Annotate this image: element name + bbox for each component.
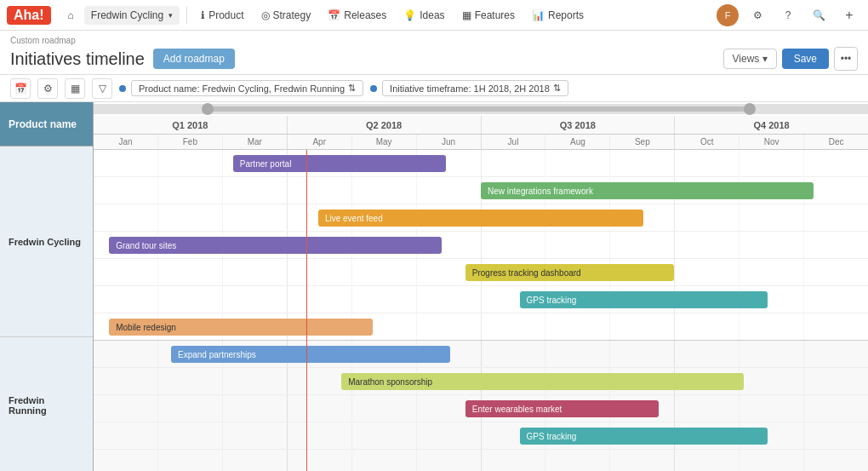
month-mar: Mar	[223, 135, 288, 149]
help-button[interactable]: ?	[776, 3, 800, 27]
grid-row-fr-2: Enter wearables market	[94, 395, 868, 422]
filter-timeframe-tag[interactable]: Initiative timeframe: 1H 2018, 2H 2018 ⇅	[382, 80, 568, 96]
avatar[interactable]: F	[717, 4, 739, 26]
bar-marathon-sponsorship[interactable]: Marathon sponsorship	[341, 373, 744, 390]
page-title: Initiatives timeline	[10, 49, 145, 69]
month-dec: Dec	[804, 135, 868, 149]
grid-row-fc-4: Progress tracking dashboard	[94, 259, 868, 286]
nav-product-line[interactable]: Fredwin Cycling ▾	[84, 6, 180, 25]
bar-enter-wearables[interactable]: Enter wearables market	[465, 400, 660, 417]
month-jul: Jul	[482, 135, 546, 149]
date-picker-button[interactable]: 📅	[10, 78, 31, 99]
month-aug: Aug	[545, 135, 610, 149]
month-oct: Oct	[675, 135, 740, 149]
month-grid-bg	[94, 450, 868, 471]
bar-gps-tracking-fc[interactable]: GPS tracking	[520, 291, 768, 308]
filter-product: Product name: Fredwin Cycling, Fredwin R…	[119, 80, 363, 96]
toolbar: 📅 ⚙ ▦ ▽ Product name: Fredwin Cycling, F…	[0, 75, 868, 102]
fredwin-cycling-label: Fredwin Cycling	[0, 146, 93, 337]
view-toggle-button[interactable]: ▦	[65, 78, 85, 99]
month-nov: Nov	[740, 135, 804, 149]
product-column: Product name Fredwin Cycling Fredwin Run…	[0, 102, 94, 471]
title-row: Initiatives timeline Add roadmap Views ▾…	[10, 47, 858, 71]
grid-row-fr-4	[94, 450, 868, 471]
home-icon: ⌂	[68, 9, 74, 21]
grid-row-fc-3: Grand tour sites	[94, 232, 868, 259]
add-button[interactable]: +	[837, 3, 861, 27]
month-sep: Sep	[610, 135, 675, 149]
breadcrumb: Custom roadmap	[10, 36, 858, 45]
chevron-down-icon: ▾	[168, 11, 173, 20]
month-jan: Jan	[94, 135, 158, 149]
grid-row-fc-1: New integrations framework	[94, 177, 868, 204]
quarter-q4: Q4 2018	[675, 116, 868, 134]
nav-home[interactable]: ⌂	[61, 6, 81, 25]
search-button[interactable]: 🔍	[807, 3, 831, 27]
nav-separator	[186, 7, 187, 24]
nav-ideas[interactable]: 💡 Ideas	[397, 6, 451, 25]
nav-releases[interactable]: 📅 Releases	[321, 6, 393, 25]
quarter-q1: Q1 2018	[94, 116, 288, 134]
bar-partner-portal[interactable]: Partner portal	[233, 155, 446, 172]
filter-dot-timeframe	[370, 85, 377, 92]
month-jun: Jun	[417, 135, 482, 149]
slider-range	[210, 106, 752, 112]
filter-dot-product	[119, 85, 126, 92]
quarter-header: Q1 2018 Q2 2018 Q3 2018 Q4 2018	[94, 116, 868, 135]
grid-row-fc-6: Mobile redesign	[94, 313, 868, 341]
bar-expand-partnerships[interactable]: Expand partnerships	[171, 346, 450, 363]
nav-right-actions: F ⚙ ? 🔍 +	[717, 3, 861, 27]
settings-toolbar-button[interactable]: ⚙	[37, 78, 58, 99]
product-col-header: Product name	[0, 102, 93, 146]
target-icon: ◎	[261, 9, 270, 21]
grid-icon: ▦	[462, 9, 471, 21]
nav-reports[interactable]: 📊 Reports	[525, 6, 591, 25]
nav-product-line-label: Fredwin Cycling	[91, 9, 163, 21]
title-bar: Custom roadmap Initiatives timeline Add …	[0, 31, 868, 75]
bar-mobile-redesign[interactable]: Mobile redesign	[109, 319, 372, 336]
sort-icon-2: ⇅	[553, 83, 561, 94]
save-button[interactable]: Save	[782, 49, 829, 69]
grid-row-fc-2: Live event feed	[94, 204, 868, 232]
quarter-q3: Q3 2018	[482, 116, 676, 134]
grid-row-fr-1: Marathon sponsorship	[94, 368, 868, 395]
filter-product-tag[interactable]: Product name: Fredwin Cycling, Fredwin R…	[131, 80, 363, 96]
lightbulb-icon: 💡	[403, 9, 416, 21]
grid-rows: Partner portal New integrations framewor…	[94, 150, 868, 471]
chart-icon: 📊	[532, 9, 545, 21]
bar-progress-tracking[interactable]: Progress tracking dashboard	[465, 264, 675, 281]
chevron-down-icon: ▾	[762, 53, 768, 65]
timeline-wrapper: Product name Fredwin Cycling Fredwin Run…	[0, 102, 868, 471]
filter-button[interactable]: ▽	[92, 78, 112, 99]
bar-live-event-feed[interactable]: Live event feed	[318, 210, 643, 227]
fredwin-running-label: Fredwin Running	[0, 337, 93, 471]
grid-row-fr-3: GPS tracking	[94, 422, 868, 450]
sort-icon: ⇅	[348, 83, 356, 94]
bar-grand-tour-sites[interactable]: Grand tour sites	[109, 237, 442, 254]
month-header: Jan Feb Mar Apr May Jun Jul Aug Sep Oct …	[94, 135, 868, 150]
month-grid-bg	[94, 150, 868, 176]
slider-left-thumb[interactable]	[202, 103, 214, 115]
title-actions: Views ▾ Save •••	[723, 47, 859, 71]
settings-button[interactable]: ⚙	[745, 3, 769, 27]
app-logo[interactable]: Aha!	[7, 6, 51, 25]
bar-gps-tracking-fr[interactable]: GPS tracking	[520, 428, 768, 445]
info-icon: ℹ	[201, 9, 205, 21]
add-roadmap-button[interactable]: Add roadmap	[153, 49, 235, 69]
month-apr: Apr	[288, 135, 352, 149]
nav-features[interactable]: ▦ Features	[455, 6, 522, 25]
grid-row-fr-0: Expand partnerships	[94, 341, 868, 368]
slider-right-thumb[interactable]	[744, 103, 756, 115]
nav-strategy[interactable]: ◎ Strategy	[254, 6, 318, 25]
filter-timeframe: Initiative timeframe: 1H 2018, 2H 2018 ⇅	[370, 80, 568, 96]
grid-row-fc-5: GPS tracking	[94, 286, 868, 313]
slider-track[interactable]	[94, 104, 868, 114]
top-navigation: Aha! ⌂ Fredwin Cycling ▾ ℹ Product ◎ Str…	[0, 0, 868, 31]
calendar-icon: 📅	[328, 9, 340, 21]
bar-new-integrations[interactable]: New integrations framework	[481, 182, 814, 199]
views-button[interactable]: Views ▾	[723, 49, 777, 69]
more-options-button[interactable]: •••	[834, 47, 858, 71]
nav-product[interactable]: ℹ Product	[194, 6, 250, 25]
grid-row-fc-0: Partner portal	[94, 150, 868, 177]
quarter-q2: Q2 2018	[288, 116, 482, 134]
